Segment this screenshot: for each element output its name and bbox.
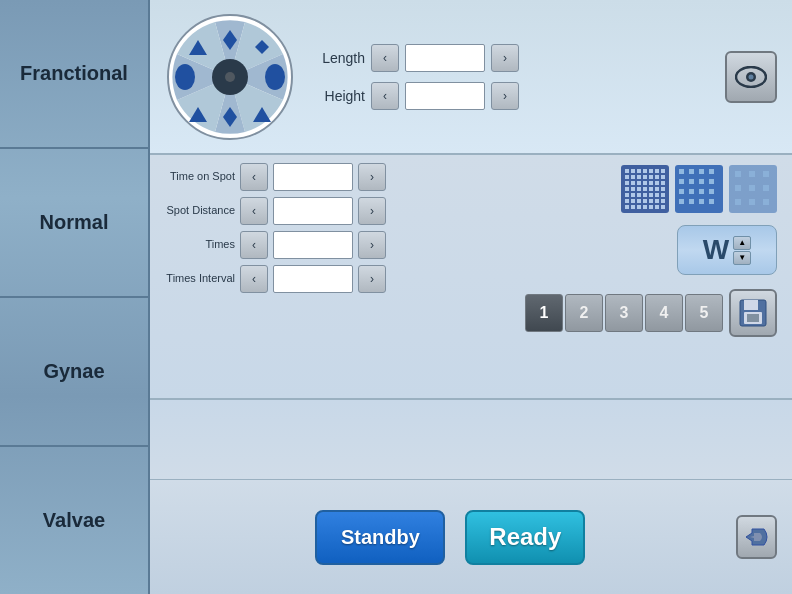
- height-label: Height: [315, 88, 365, 104]
- sidebar-item-valvae[interactable]: Valvae: [0, 447, 148, 594]
- svg-rect-32: [643, 181, 647, 185]
- svg-rect-68: [709, 169, 714, 174]
- svg-rect-71: [699, 179, 704, 184]
- w-arrows: ▲ ▼: [733, 236, 751, 265]
- svg-rect-45: [637, 193, 641, 197]
- number-btn-5[interactable]: 5: [685, 294, 723, 332]
- svg-rect-73: [679, 189, 684, 194]
- height-input[interactable]: [405, 82, 485, 110]
- svg-rect-22: [625, 175, 629, 179]
- w-increment[interactable]: ▲: [733, 236, 751, 250]
- number-row: 12345: [525, 294, 723, 332]
- svg-rect-70: [689, 179, 694, 184]
- number-btn-1[interactable]: 1: [525, 294, 563, 332]
- svg-point-10: [225, 72, 235, 82]
- pattern-dense-icon[interactable]: [621, 165, 669, 213]
- svg-point-7: [175, 64, 195, 90]
- svg-rect-17: [637, 169, 641, 173]
- times-input[interactable]: [273, 231, 353, 259]
- lh-controls: Length ‹ › Height ‹ ›: [315, 44, 519, 110]
- spot-distance-decrement[interactable]: ‹: [240, 197, 268, 225]
- sidebar-item-fractional[interactable]: Franctional: [0, 0, 148, 149]
- svg-rect-33: [649, 181, 653, 185]
- eye-button[interactable]: [725, 51, 777, 103]
- times-label: Times: [165, 238, 235, 251]
- svg-rect-80: [709, 199, 714, 204]
- svg-rect-60: [643, 205, 647, 209]
- spot-distance-row: Spot Distance ‹ ›: [165, 197, 522, 225]
- svg-rect-85: [735, 185, 741, 191]
- svg-rect-23: [631, 175, 635, 179]
- svg-rect-39: [643, 187, 647, 191]
- sidebar-item-normal[interactable]: Normal: [0, 149, 148, 298]
- svg-rect-59: [637, 205, 641, 209]
- save-icon: [738, 298, 768, 328]
- svg-rect-15: [625, 169, 629, 173]
- time-on-spot-label: Time on Spot: [165, 170, 235, 183]
- times-row: Times ‹ ›: [165, 231, 522, 259]
- ready-button[interactable]: Ready: [465, 510, 585, 565]
- number-btn-3[interactable]: 3: [605, 294, 643, 332]
- number-btn-2[interactable]: 2: [565, 294, 603, 332]
- time-on-spot-row: Time on Spot ‹ ›: [165, 163, 522, 191]
- height-decrement-button[interactable]: ‹: [371, 82, 399, 110]
- svg-rect-55: [655, 199, 659, 203]
- svg-rect-26: [649, 175, 653, 179]
- time-on-spot-input[interactable]: [273, 163, 353, 191]
- spot-distance-input[interactable]: [273, 197, 353, 225]
- standby-button[interactable]: Standby: [315, 510, 445, 565]
- sidebar-item-gynae[interactable]: Gynae: [0, 298, 148, 447]
- height-increment-button[interactable]: ›: [491, 82, 519, 110]
- svg-rect-37: [631, 187, 635, 191]
- svg-rect-58: [631, 205, 635, 209]
- svg-rect-90: [763, 199, 769, 205]
- times-interval-decrement[interactable]: ‹: [240, 265, 268, 293]
- svg-rect-51: [631, 199, 635, 203]
- times-interval-label: Times Interval: [165, 272, 235, 285]
- times-interval-input[interactable]: [273, 265, 353, 293]
- svg-rect-86: [749, 185, 755, 191]
- spot-distance-increment[interactable]: ›: [358, 197, 386, 225]
- w-selector[interactable]: W ▲ ▼: [677, 225, 777, 275]
- length-decrement-button[interactable]: ‹: [371, 44, 399, 72]
- times-interval-increment[interactable]: ›: [358, 265, 386, 293]
- action-buttons: Standby Ready: [165, 510, 736, 565]
- svg-rect-47: [649, 193, 653, 197]
- svg-rect-31: [637, 181, 641, 185]
- back-button[interactable]: [736, 515, 777, 559]
- svg-rect-87: [763, 185, 769, 191]
- svg-rect-42: [661, 187, 665, 191]
- pattern-very-sparse-icon[interactable]: [729, 165, 777, 213]
- svg-rect-54: [649, 199, 653, 203]
- sidebar: Franctional Normal Gynae Valvae: [0, 0, 150, 594]
- number-btn-4[interactable]: 4: [645, 294, 683, 332]
- times-interval-row: Times Interval ‹ ›: [165, 265, 522, 293]
- time-on-spot-increment[interactable]: ›: [358, 163, 386, 191]
- svg-rect-43: [625, 193, 629, 197]
- length-input[interactable]: [405, 44, 485, 72]
- svg-rect-21: [661, 169, 665, 173]
- back-icon: [742, 523, 770, 551]
- svg-rect-74: [689, 189, 694, 194]
- times-increment[interactable]: ›: [358, 231, 386, 259]
- length-increment-button[interactable]: ›: [491, 44, 519, 72]
- time-on-spot-decrement[interactable]: ‹: [240, 163, 268, 191]
- valvae-row: Standby Ready: [150, 480, 792, 594]
- save-button[interactable]: [729, 289, 777, 337]
- pattern-sparse-icon[interactable]: [675, 165, 723, 213]
- height-row: Height ‹ ›: [315, 82, 519, 110]
- svg-rect-77: [679, 199, 684, 204]
- svg-rect-49: [661, 193, 665, 197]
- wheel-svg: [165, 12, 295, 142]
- svg-rect-44: [631, 193, 635, 197]
- svg-rect-48: [655, 193, 659, 197]
- svg-rect-19: [649, 169, 653, 173]
- times-decrement[interactable]: ‹: [240, 231, 268, 259]
- svg-point-3: [265, 64, 285, 90]
- w-decrement[interactable]: ▼: [733, 251, 751, 265]
- svg-rect-16: [631, 169, 635, 173]
- section-normal: Time on Spot ‹ › Spot Distance ‹ › Times…: [150, 155, 792, 400]
- svg-rect-41: [655, 187, 659, 191]
- svg-rect-72: [709, 179, 714, 184]
- svg-rect-36: [625, 187, 629, 191]
